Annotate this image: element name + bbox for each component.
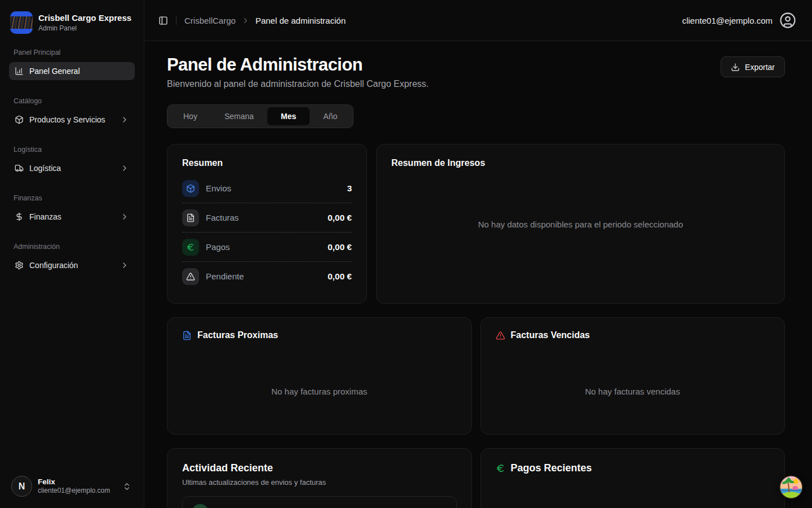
envios-value: 3 xyxy=(347,183,352,194)
sidebar-item-label: Panel General xyxy=(29,67,129,76)
section-label-administracion: Administración xyxy=(9,243,135,251)
tab-ano[interactable]: Año xyxy=(310,107,351,125)
download-icon xyxy=(731,63,740,72)
pagos-value: 0,00 € xyxy=(328,242,352,252)
sidebar-item-label: Finanzas xyxy=(29,212,114,221)
alert-triangle-icon xyxy=(182,268,199,285)
chevron-right-icon xyxy=(120,115,129,124)
file-text-icon xyxy=(182,209,199,226)
summary-card: Resumen Envios 3 Facturas 0, xyxy=(167,144,367,304)
file-text-icon xyxy=(182,331,192,340)
recent-activity-title: Actividad Reciente xyxy=(182,462,457,474)
sidebar-item-logistica[interactable]: Logística xyxy=(9,159,135,177)
summary-row-facturas: Facturas 0,00 € xyxy=(182,203,352,233)
chevron-right-icon xyxy=(120,164,129,173)
summary-row-envios: Envios 3 xyxy=(182,174,352,203)
brand-title: Crisbell Cargo Express xyxy=(38,13,131,23)
account-email: cliente01@ejemplo.com xyxy=(682,16,773,25)
truck-icon xyxy=(15,164,24,173)
sidebar-item-productos-y-servicios[interactable]: Productos y Servicios xyxy=(9,111,135,129)
page-title: Panel de Administracion xyxy=(167,55,429,75)
dollar-icon xyxy=(15,212,24,221)
overdue-invoices-title: Facturas Vencidas xyxy=(511,330,590,340)
chevron-right-icon xyxy=(120,261,129,270)
chevron-right-icon xyxy=(241,16,250,25)
section-label-panel-principal: Panel Principal xyxy=(9,49,135,56)
section-label-finanzas: Finanzas xyxy=(9,194,135,202)
section-label-logistica: Logística xyxy=(9,146,135,154)
recent-activity-card: Actividad Reciente Ultimas actualizacion… xyxy=(167,448,472,508)
brand[interactable]: Crisbell Cargo Express Admin Panel xyxy=(9,9,135,34)
tab-semana[interactable]: Semana xyxy=(211,107,267,125)
avatar: N xyxy=(11,476,32,497)
sidebar-item-label: Logística xyxy=(29,164,114,173)
sidebar-item-configuracion[interactable]: Configuración xyxy=(9,256,135,274)
alert-triangle-icon xyxy=(496,331,505,340)
chevron-right-icon xyxy=(120,212,129,221)
breadcrumb-parent[interactable]: CrisbellCargo xyxy=(184,16,236,25)
user-name: Felix xyxy=(38,478,117,487)
brand-logo xyxy=(10,11,33,34)
export-button[interactable]: Exportar xyxy=(721,56,785,77)
recent-activity-subtitle: Ultimas actualizaciones de envios y fact… xyxy=(182,478,457,487)
summary-row-pagos: Pagos 0,00 € xyxy=(182,233,352,262)
euro-icon xyxy=(182,239,199,256)
overdue-invoices-card: Facturas Vencidas No hay facturas vencid… xyxy=(480,317,785,435)
sidebar: Crisbell Cargo Express Admin Panel Panel… xyxy=(0,0,144,508)
sidebar-user-menu[interactable]: N Felix cliente01@ejemplo.com xyxy=(9,472,135,500)
sidebar-toggle-button[interactable] xyxy=(155,12,171,29)
sidebar-item-label: Productos y Servicios xyxy=(29,115,114,124)
activity-list-item[interactable]: Nuevo envio: CRCE-0005 xyxy=(182,496,457,508)
tab-hoy[interactable]: Hoy xyxy=(170,107,211,125)
gear-icon xyxy=(15,261,24,270)
package-icon xyxy=(182,180,199,197)
sidebar-item-panel-general[interactable]: Panel General xyxy=(9,62,135,80)
pendiente-value: 0,00 € xyxy=(328,271,352,282)
tropical-island-button[interactable] xyxy=(779,475,804,500)
income-empty-message: No hay datos disponibles para el periodo… xyxy=(377,219,784,229)
upcoming-invoices-card: Facturas Proximas No hay facturas proxim… xyxy=(167,317,472,435)
sidebar-item-finanzas[interactable]: Finanzas xyxy=(9,208,135,226)
user-circle-icon[interactable] xyxy=(779,12,796,29)
upcoming-invoices-empty: No hay facturas proximas xyxy=(167,387,471,396)
main-content: Panel de Administracion Bienvenido al pa… xyxy=(144,41,812,508)
topbar: CrisbellCargo Panel de administración cl… xyxy=(144,0,812,41)
page-subtitle: Bienvenido al panel de administracion de… xyxy=(167,79,429,89)
summary-row-pendiente: Pendiente 0,00 € xyxy=(182,262,352,291)
facturas-value: 0,00 € xyxy=(328,213,352,223)
summary-title: Resumen xyxy=(182,158,352,168)
euro-icon xyxy=(496,463,505,473)
income-summary-card: Resumen de Ingresos No hay datos disponi… xyxy=(376,144,785,304)
bar-chart-icon xyxy=(15,67,24,76)
section-label-catalogo: Catálogo xyxy=(9,97,135,105)
chevrons-up-down-icon xyxy=(122,482,131,491)
sidebar-nav: Panel Principal Panel General Catálogo P… xyxy=(9,49,135,472)
user-email: cliente01@ejemplo.com xyxy=(38,487,117,495)
divider xyxy=(176,16,176,25)
upcoming-invoices-title: Facturas Proximas xyxy=(197,330,278,340)
overdue-invoices-empty: No hay facturas vencidas xyxy=(481,387,785,396)
recent-payments-title: Pagos Recientes xyxy=(511,462,592,474)
breadcrumb-current: Panel de administración xyxy=(255,16,346,25)
brand-subtitle: Admin Panel xyxy=(38,24,131,32)
sidebar-item-label: Configuración xyxy=(29,261,114,270)
breadcrumb: CrisbellCargo Panel de administración xyxy=(184,16,346,25)
status-dot-icon xyxy=(192,504,209,508)
tab-mes[interactable]: Mes xyxy=(267,107,310,125)
recent-payments-card: Pagos Recientes xyxy=(480,448,785,508)
package-icon xyxy=(15,115,24,124)
period-tabs: Hoy Semana Mes Año xyxy=(167,104,354,128)
income-title: Resumen de Ingresos xyxy=(391,158,770,168)
